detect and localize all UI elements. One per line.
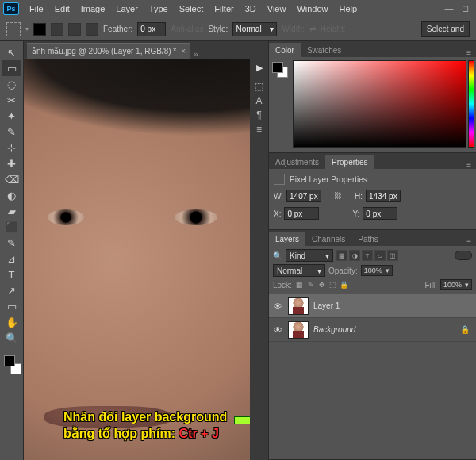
dock-item-2[interactable]: ¶ xyxy=(252,108,267,122)
select-and-mask-button[interactable]: Select and xyxy=(421,21,470,37)
dock-item-0[interactable]: ⬚ xyxy=(252,79,267,94)
tab-swatches[interactable]: Swatches xyxy=(301,43,347,57)
link-wh-icon[interactable]: ⛓ xyxy=(332,190,344,201)
tab-properties[interactable]: Properties xyxy=(325,155,374,169)
menu-help[interactable]: Help xyxy=(334,4,363,13)
fill-input[interactable]: 100%▾ xyxy=(440,279,472,290)
prop-h-input[interactable]: 1434 px xyxy=(366,190,401,202)
hue-slider[interactable] xyxy=(468,60,474,148)
dock-item-3[interactable]: ≡ xyxy=(252,122,267,136)
panel-menu-icon[interactable]: ≡ xyxy=(462,160,476,169)
menu-3d[interactable]: 3D xyxy=(240,4,262,13)
tab-channels[interactable]: Channels xyxy=(305,232,351,246)
canvas[interactable]: Nhân đôi layer background bằng tổ hợp ph… xyxy=(24,59,250,460)
prop-y-input[interactable]: 0 px xyxy=(363,207,397,220)
panel-menu-icon[interactable]: ≡ xyxy=(462,237,476,246)
tool-2[interactable]: ◌ xyxy=(2,76,21,92)
tool-13[interactable]: ⊿ xyxy=(2,251,21,266)
tool-10[interactable]: ▰ xyxy=(2,203,21,219)
lock-position-icon[interactable]: ✥ xyxy=(317,280,327,289)
filter-kind-icon[interactable]: 🔍 xyxy=(273,251,282,260)
menu-view[interactable]: View xyxy=(262,4,292,13)
tab-layers[interactable]: Layers xyxy=(269,232,305,246)
prop-x-input[interactable]: 0 px xyxy=(284,207,319,220)
properties-panel: Adjustments Properties ≡ Pixel Layer Pro… xyxy=(269,153,476,230)
window-restore-icon[interactable]: ◻ xyxy=(460,3,470,13)
style-label: Style: xyxy=(208,25,228,33)
tool-1[interactable]: ▭ xyxy=(2,60,21,76)
tool-7[interactable]: ✚ xyxy=(2,155,21,171)
collapsed-dock: ▶ ⬚A¶≡ xyxy=(250,41,269,460)
history-flyout-icon[interactable]: ▶ xyxy=(252,60,267,75)
active-tool-icon[interactable] xyxy=(6,22,21,36)
visibility-icon[interactable]: 👁 xyxy=(272,301,283,311)
tool-12[interactable]: ✎ xyxy=(2,235,21,251)
filter-type-icon[interactable]: T xyxy=(362,250,373,261)
filter-pixel-icon[interactable]: ▦ xyxy=(336,250,347,261)
document-tab[interactable]: ảnh mẫu.jpg @ 200% (Layer 1, RGB/8) * × xyxy=(27,43,190,59)
visibility-icon[interactable]: 👁 xyxy=(272,325,283,335)
color-fgbg-swatch[interactable] xyxy=(272,62,288,78)
tool-11[interactable]: ⬛ xyxy=(2,219,21,235)
tool-3[interactable]: ✂ xyxy=(2,92,21,108)
style-select[interactable]: Normal▾ xyxy=(232,22,277,36)
color-picker[interactable] xyxy=(293,60,466,148)
menu-file[interactable]: File xyxy=(24,4,49,13)
chevron-down-icon[interactable]: ▾ xyxy=(25,25,29,33)
tab-color[interactable]: Color xyxy=(269,43,301,57)
tool-9[interactable]: ◐ xyxy=(2,187,21,203)
tool-5[interactable]: ✎ xyxy=(2,124,21,140)
tool-0[interactable]: ↖ xyxy=(2,44,21,60)
blend-mode-select[interactable]: Normal▾ xyxy=(273,264,325,277)
marquee-subtract-icon[interactable] xyxy=(68,23,81,36)
marquee-new-icon[interactable] xyxy=(33,23,46,36)
menu-layer[interactable]: Layer xyxy=(110,4,144,13)
menu-window[interactable]: Window xyxy=(291,4,333,13)
menu-filter[interactable]: Filter xyxy=(209,4,239,13)
dock-item-1[interactable]: A xyxy=(252,94,267,108)
toolbox: ↖▭◌✂✦✎⊹✚⌫◐▰⬛✎⊿T↗▭✋🔍 xyxy=(0,41,24,460)
filter-toggle[interactable] xyxy=(455,251,472,260)
tool-4[interactable]: ✦ xyxy=(2,108,21,124)
tool-6[interactable]: ⊹ xyxy=(2,140,21,155)
filter-smart-icon[interactable]: ◫ xyxy=(387,250,398,261)
layer-thumbnail[interactable] xyxy=(288,321,309,339)
layer-item[interactable]: 👁Layer 1 xyxy=(269,294,476,318)
tool-14[interactable]: T xyxy=(2,266,21,282)
canvas-area: ảnh mẫu.jpg @ 200% (Layer 1, RGB/8) * × … xyxy=(24,41,250,460)
pixel-layer-icon xyxy=(274,174,285,185)
lock-transparency-icon[interactable]: ▦ xyxy=(295,280,305,289)
tab-paths[interactable]: Paths xyxy=(351,232,385,246)
antialias-checkbox: Anti-alias xyxy=(171,25,203,33)
tab-adjustments[interactable]: Adjustments xyxy=(269,155,325,169)
prop-w-input[interactable]: 1407 px xyxy=(286,190,321,202)
tool-16[interactable]: ▭ xyxy=(2,298,21,314)
lock-pixels-icon[interactable]: ✎ xyxy=(306,280,316,289)
window-minimize-icon[interactable]: — xyxy=(444,3,454,13)
color-panel: Color Swatches ≡ xyxy=(269,41,476,153)
filter-kind-select[interactable]: Kind▾ xyxy=(286,249,333,262)
arrow-annotation xyxy=(234,411,250,430)
menu-image[interactable]: Image xyxy=(75,4,111,13)
fg-bg-swatch[interactable] xyxy=(2,354,21,376)
lock-artboard-icon[interactable]: ⬚ xyxy=(328,280,338,289)
feather-input[interactable] xyxy=(137,22,166,36)
filter-adjust-icon[interactable]: ◑ xyxy=(349,250,360,261)
menu-select[interactable]: Select xyxy=(174,4,209,13)
panel-menu-icon[interactable]: ≡ xyxy=(462,48,476,57)
marquee-add-icon[interactable] xyxy=(51,23,63,36)
tabs-flyout-icon[interactable]: » xyxy=(194,50,198,59)
menu-type[interactable]: Type xyxy=(144,4,174,13)
opacity-input[interactable]: 100%▾ xyxy=(361,265,393,276)
menu-edit[interactable]: Edit xyxy=(49,4,75,13)
filter-shape-icon[interactable]: ▱ xyxy=(374,250,386,261)
tool-15[interactable]: ↗ xyxy=(2,282,21,298)
layer-thumbnail[interactable] xyxy=(288,297,309,315)
tool-17[interactable]: ✋ xyxy=(2,314,21,330)
close-icon[interactable]: × xyxy=(181,47,186,56)
tool-18[interactable]: 🔍 xyxy=(2,330,21,346)
tool-8[interactable]: ⌫ xyxy=(2,171,21,187)
lock-all-icon[interactable]: 🔒 xyxy=(340,280,349,289)
layer-item[interactable]: 👁Background🔒 xyxy=(269,318,476,342)
marquee-intersect-icon[interactable] xyxy=(86,23,98,36)
